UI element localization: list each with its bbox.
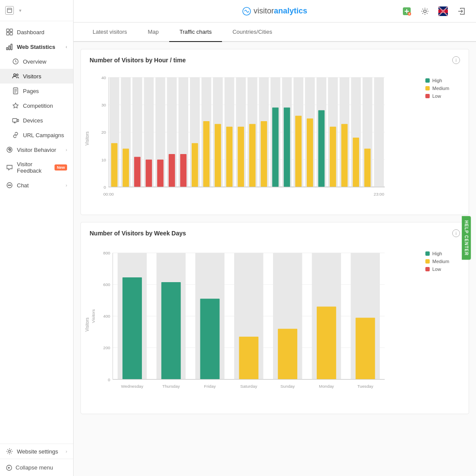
- svg-rect-57: [157, 160, 164, 187]
- svg-rect-94: [374, 77, 384, 187]
- logo-icon: [242, 7, 251, 16]
- sidebar-top[interactable]: ▾: [0, 0, 73, 21]
- svg-text:800: 800: [103, 251, 110, 255]
- chat-arrow: ›: [66, 183, 67, 188]
- svg-rect-79: [284, 107, 290, 187]
- tab-map[interactable]: Map: [137, 23, 169, 42]
- sidebar-item-competition[interactable]: Competition: [0, 98, 73, 113]
- website-settings-label: Website settings: [17, 448, 58, 455]
- window-icon: [5, 6, 14, 15]
- tabs-bar: Latest visitors Map Traffic charts Count…: [74, 23, 476, 42]
- svg-rect-8: [11, 44, 12, 50]
- svg-point-32: [424, 10, 426, 13]
- sidebar-item-url-campaigns[interactable]: URL Campaigns: [0, 128, 73, 142]
- svg-rect-69: [226, 127, 233, 187]
- svg-point-27: [9, 450, 11, 453]
- tab-latest-visitors[interactable]: Latest visitors: [82, 23, 137, 42]
- tab-traffic-charts[interactable]: Traffic charts: [169, 23, 222, 42]
- settings-icon[interactable]: [419, 5, 431, 17]
- svg-rect-91: [353, 138, 359, 187]
- svg-point-22: [9, 149, 10, 151]
- web-statistics-arrow: ‹: [66, 45, 67, 49]
- sidebar-item-chat[interactable]: Chat ›: [0, 178, 73, 193]
- hourly-chart-header: Number of Visitors by Hour / time i: [90, 56, 460, 64]
- sidebar-item-website-settings[interactable]: Website settings ›: [0, 444, 73, 459]
- pages-label: Pages: [23, 88, 39, 94]
- behavior-arrow: ›: [66, 148, 67, 152]
- svg-rect-71: [238, 127, 244, 187]
- weekly-legend-high-dot: [425, 251, 430, 256]
- svg-text:0: 0: [104, 185, 106, 190]
- svg-text:Tuesday: Tuesday: [357, 384, 373, 389]
- svg-text:Monday: Monday: [319, 384, 334, 389]
- weekly-legend: High Medium Low: [425, 242, 460, 407]
- svg-text:40: 40: [101, 75, 106, 80]
- weekly-info-icon[interactable]: i: [452, 229, 460, 237]
- sidebar-item-overview[interactable]: Overview: [0, 54, 73, 69]
- weekly-legend-medium: Medium: [425, 259, 460, 264]
- header-actions: [401, 5, 467, 17]
- sidebar-item-visitors[interactable]: Visitors: [0, 69, 73, 84]
- gear-svg: [421, 7, 429, 16]
- tab-countries-cities[interactable]: Countries/Cities: [222, 23, 283, 42]
- extension-icon[interactable]: [401, 5, 413, 17]
- logo-text: visitoranalytics: [254, 6, 307, 16]
- sidebar-item-visitor-behavior[interactable]: Visitor Behavior ›: [0, 142, 73, 157]
- header: visitoranalytics: [74, 0, 476, 23]
- svg-rect-122: [278, 329, 297, 380]
- competition-label: Competition: [23, 103, 53, 109]
- svg-text:400: 400: [103, 314, 110, 318]
- help-center-tab[interactable]: HELP CENTER: [462, 216, 471, 260]
- sidebar-nav: Dashboard Web Statistics ‹ Overview Visi…: [0, 21, 73, 444]
- svg-rect-128: [356, 318, 375, 379]
- sidebar-item-visitor-feedback[interactable]: Visitor Feedback New: [0, 157, 73, 178]
- visitor-behavior-label: Visitor Behavior: [17, 147, 56, 153]
- weekly-legend-high: High: [425, 251, 460, 256]
- svg-rect-67: [215, 124, 221, 187]
- svg-rect-73: [249, 124, 256, 187]
- visitor-feedback-label: Visitor Feedback: [17, 161, 51, 174]
- legend-high-label: High: [432, 78, 442, 83]
- collapse-menu-button[interactable]: Collapse menu: [0, 459, 73, 476]
- overview-label: Overview: [23, 58, 46, 65]
- svg-rect-125: [317, 307, 336, 380]
- svg-rect-18: [17, 119, 19, 122]
- logout-icon[interactable]: [455, 5, 467, 17]
- svg-rect-89: [341, 124, 348, 187]
- sidebar-item-pages[interactable]: Pages: [0, 84, 73, 98]
- new-badge: New: [55, 164, 67, 170]
- svg-text:30: 30: [101, 103, 106, 107]
- logout-svg: [457, 7, 466, 16]
- svg-text:20: 20: [101, 130, 106, 135]
- content-area: Number of Visitors by Hour / time i Visi…: [74, 42, 476, 476]
- svg-rect-93: [364, 148, 371, 187]
- weekly-chart-wrapper: Visitors 0200400600800WednesdayThursdayF…: [90, 242, 460, 407]
- collapse-icon: [6, 465, 12, 471]
- hourly-legend: High Medium Low: [425, 69, 460, 208]
- hourly-svg: 01020304000:0023:00: [90, 69, 418, 208]
- svg-rect-7: [9, 46, 10, 50]
- svg-rect-59: [169, 154, 175, 187]
- web-statistics-label: Web Statistics: [17, 44, 55, 50]
- svg-rect-0: [7, 8, 12, 13]
- svg-text:Visitors: Visitors: [91, 309, 96, 323]
- svg-rect-110: [122, 277, 142, 380]
- svg-rect-119: [239, 337, 258, 380]
- expand-chevron: ▾: [19, 8, 22, 13]
- svg-rect-83: [307, 119, 313, 187]
- ext-svg: [402, 6, 412, 16]
- sidebar-item-dashboard[interactable]: Dashboard: [0, 25, 73, 39]
- svg-point-24: [8, 185, 9, 186]
- svg-text:0: 0: [108, 377, 110, 382]
- weekly-legend-low: Low: [425, 267, 460, 272]
- dashboard-label: Dashboard: [17, 29, 45, 35]
- language-icon[interactable]: [437, 5, 449, 17]
- svg-point-25: [9, 185, 10, 186]
- weekly-legend-medium-label: Medium: [432, 259, 449, 264]
- sidebar: ▾ Dashboard Web Statistics ‹ Overview Vi…: [0, 0, 74, 476]
- hourly-info-icon[interactable]: i: [452, 56, 460, 64]
- sidebar-item-devices[interactable]: Devices: [0, 113, 73, 128]
- svg-rect-77: [272, 107, 279, 187]
- svg-text:Saturday: Saturday: [240, 384, 257, 389]
- sidebar-item-web-statistics[interactable]: Web Statistics ‹: [0, 39, 73, 54]
